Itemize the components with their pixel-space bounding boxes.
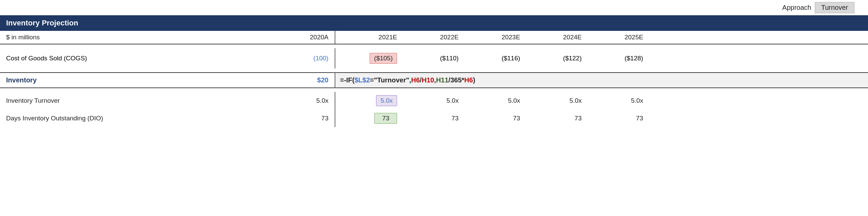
cogs-2022e: ($110) (403, 48, 465, 68)
inventory-label: Inventory (0, 73, 280, 88)
formula-h11: H11 (436, 76, 449, 84)
formula-eq: ="Turnover", (370, 76, 411, 84)
formula-rest: /365* (449, 76, 465, 84)
dio-row: Days Inventory Outstanding (DIO) 73 73 7… (0, 110, 868, 127)
cogs-2021e-value[interactable]: ($105) (370, 53, 397, 64)
turnover-row: Inventory Turnover 5.0x 5.0x 5.0x 5.0x 5… (0, 92, 868, 110)
turnover-2022e: 5.0x (403, 92, 465, 110)
dio-2021e: 73 (335, 110, 403, 127)
spacer-1 (0, 44, 868, 48)
inventory-formula-cell[interactable]: =-IF($L$2="Turnover",H6/H10,H11/365*H6) (335, 73, 868, 88)
inventory-table: Inventory Projection $ in millions 2020A… (0, 15, 868, 127)
col-2024e: 2024E (526, 31, 588, 44)
table-header-row: Inventory Projection (0, 15, 868, 31)
col-2025e: 2025E (588, 31, 649, 44)
col-2020a: 2020A (280, 31, 335, 44)
formula-h6: H6 (411, 76, 420, 84)
dio-2024e: 73 (526, 110, 588, 127)
page-container: Approach Turnover Inventory Projection $… (0, 0, 868, 127)
turnover-box[interactable]: Turnover (815, 2, 854, 13)
formula-prefix: =-IF( (340, 76, 355, 84)
turnover-2025e: 5.0x (588, 92, 649, 110)
formula-h6b: H6 (464, 76, 473, 84)
spacer-3 (0, 88, 868, 92)
cogs-2021e: ($105) (335, 48, 403, 68)
cogs-2024e: ($122) (526, 48, 588, 68)
col-2022e: 2022E (403, 31, 465, 44)
subtitle-cell: $ in millions (0, 31, 280, 44)
dio-2025e: 73 (588, 110, 649, 127)
top-label-row: Approach Turnover (0, 0, 868, 15)
cogs-label: Cost of Goods Sold (COGS) (0, 48, 280, 68)
formula-h10: H10 (422, 76, 434, 84)
approach-label: Approach (782, 4, 815, 12)
turnover-2023e: 5.0x (465, 92, 526, 110)
turnover-empty (649, 92, 868, 110)
cogs-2020a: (100) (280, 48, 335, 68)
dio-2021e-value[interactable]: 73 (374, 113, 397, 124)
col-2021e: 2021E (335, 31, 403, 44)
column-headers-row: $ in millions 2020A 2021E 2022E 2023E 20… (0, 31, 868, 44)
cogs-2025e: ($128) (588, 48, 649, 68)
dio-label: Days Inventory Outstanding (DIO) (0, 110, 280, 127)
dio-2020a: 73 (280, 110, 335, 127)
dio-2022e: 73 (403, 110, 465, 127)
inventory-row: Inventory $20 =-IF($L$2="Turnover",H6/H1… (0, 73, 868, 88)
cogs-row: Cost of Goods Sold (COGS) (100) ($105) (… (0, 48, 868, 68)
turnover-2021e-value[interactable]: 5.0x (376, 95, 397, 106)
formula-close: ) (473, 76, 475, 84)
dio-2023e: 73 (465, 110, 526, 127)
turnover-label: Turnover (821, 4, 848, 11)
dio-empty (649, 110, 868, 127)
inventory-2020a: $20 (280, 73, 335, 88)
cogs-2023e: ($116) (465, 48, 526, 68)
turnover-2020a: 5.0x (280, 92, 335, 110)
turnover-2024e: 5.0x (526, 92, 588, 110)
col-2023e: 2023E (465, 31, 526, 44)
turnover-2021e: 5.0x (335, 92, 403, 110)
turnover-label-cell: Inventory Turnover (0, 92, 280, 110)
formula-cell-ref: $L$2 (354, 76, 370, 84)
cogs-empty (649, 48, 868, 68)
table-title: Inventory Projection (0, 15, 868, 31)
spacer-2 (0, 68, 868, 73)
empty-col (649, 31, 868, 44)
